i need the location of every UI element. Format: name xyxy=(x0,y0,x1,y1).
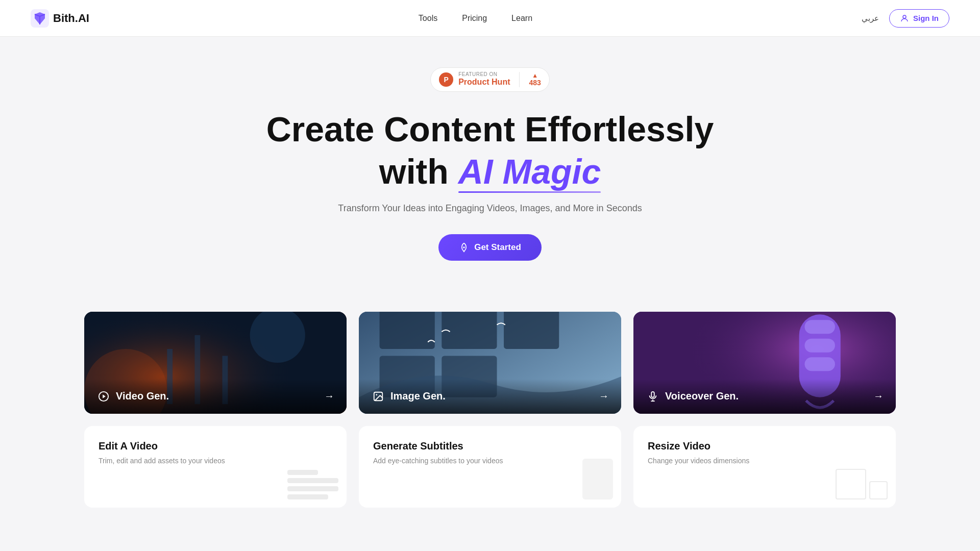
edit-card-desc: Trim, edit and add assets to your videos xyxy=(99,456,332,466)
svg-rect-24 xyxy=(804,338,835,352)
get-started-button[interactable]: Get Started xyxy=(438,234,542,261)
image-gen-card[interactable]: Image Gen. → xyxy=(359,312,621,414)
image-gen-label: Image Gen. xyxy=(371,389,446,404)
svg-marker-11 xyxy=(103,394,106,398)
subtitle-illustration xyxy=(582,459,613,499)
resize-illustration xyxy=(836,469,888,499)
hero-section: P FEATURED ON Product Hunt ▲ 483 Create … xyxy=(0,37,980,312)
logo-icon xyxy=(31,9,49,28)
navbar: Bith.AI Tools Pricing Learn عربي Sign In xyxy=(0,0,980,37)
nav-pricing[interactable]: Pricing xyxy=(462,14,487,22)
video-gen-label: Video Gen. xyxy=(96,389,169,404)
svg-rect-13 xyxy=(380,312,435,349)
title-prefix: with xyxy=(379,152,458,191)
logo-text: Bith.AI xyxy=(53,12,89,25)
video-card-overlay: Video Gen. → xyxy=(84,379,347,414)
sign-in-button[interactable]: Sign In xyxy=(889,9,949,28)
resize-card-title: Resize Video xyxy=(648,440,881,452)
ph-arrow-icon: ▲ xyxy=(532,72,538,79)
voiceover-gen-card[interactable]: Voiceover Gen. → xyxy=(633,312,896,414)
edit-card-title: Edit A Video xyxy=(99,440,332,452)
cards-section: Video Gen. → xyxy=(0,312,980,508)
nav-links: Tools Pricing Learn xyxy=(419,14,532,23)
hero-title-line2: with AI Magic xyxy=(379,153,601,191)
video-icon xyxy=(96,389,111,404)
svg-rect-25 xyxy=(804,357,835,371)
language-switch[interactable]: عربي xyxy=(862,14,879,23)
video-card-arrow: → xyxy=(324,390,334,402)
info-cards-row: Edit A Video Trim, edit and add assets t… xyxy=(84,426,896,508)
svg-rect-14 xyxy=(442,312,497,349)
edit-video-card[interactable]: Edit A Video Trim, edit and add assets t… xyxy=(84,426,347,508)
get-started-label: Get Started xyxy=(474,242,521,253)
resize-video-card[interactable]: Resize Video Change your videos dimensio… xyxy=(633,426,896,508)
svg-point-19 xyxy=(376,394,377,395)
resize-card-desc: Change your videos dimensions xyxy=(648,456,881,466)
video-gen-card[interactable]: Video Gen. → xyxy=(84,312,347,414)
nav-tools[interactable]: Tools xyxy=(419,14,437,22)
nav-right: عربي Sign In xyxy=(862,9,949,28)
svg-rect-23 xyxy=(804,320,835,334)
logo[interactable]: Bith.AI xyxy=(31,9,89,28)
rocket-icon xyxy=(459,242,469,253)
mic-icon xyxy=(646,389,660,404)
image-icon xyxy=(371,389,385,404)
subtitle-card-title: Generate Subtitles xyxy=(373,440,607,452)
subtitle-card-desc: Add eye-catching subtitles to your video… xyxy=(373,456,607,466)
image-card-overlay: Image Gen. → xyxy=(359,379,621,414)
generate-subtitles-card[interactable]: Generate Subtitles Add eye-catching subt… xyxy=(359,426,621,508)
svg-rect-15 xyxy=(504,312,559,349)
user-icon xyxy=(900,14,909,23)
ph-text-group: FEATURED ON Product Hunt xyxy=(458,72,510,87)
voiceover-gen-label: Voiceover Gen. xyxy=(646,389,739,404)
voice-card-arrow: → xyxy=(873,390,884,402)
feature-cards-row: Video Gen. → xyxy=(84,312,896,414)
hero-subtitle: Transform Your Ideas into Engaging Video… xyxy=(338,203,642,214)
svg-point-2 xyxy=(463,246,465,248)
edit-illustration xyxy=(287,470,338,499)
voice-card-overlay: Voiceover Gen. → xyxy=(633,379,896,414)
ph-featured-label: FEATURED ON xyxy=(458,72,510,77)
ph-divider xyxy=(519,72,520,87)
nav-learn[interactable]: Learn xyxy=(511,14,532,22)
ph-logo: P xyxy=(439,72,453,87)
ph-count: 483 xyxy=(529,79,541,87)
product-hunt-badge[interactable]: P FEATURED ON Product Hunt ▲ 483 xyxy=(430,67,550,92)
svg-point-1 xyxy=(903,15,906,18)
ph-upvote: ▲ 483 xyxy=(529,72,541,87)
svg-rect-28 xyxy=(651,391,654,397)
ai-magic-text: AI Magic xyxy=(458,153,601,191)
image-card-arrow: → xyxy=(599,390,609,402)
hero-title-line1: Create Content Effortlessly xyxy=(266,110,714,148)
ph-name: Product Hunt xyxy=(458,77,510,87)
